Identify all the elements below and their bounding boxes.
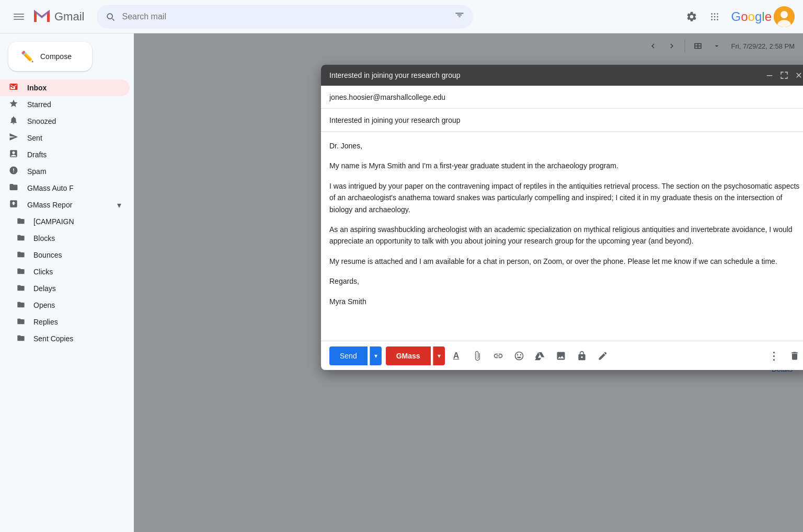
clicks-label: Clicks	[33, 268, 53, 276]
close-button[interactable]	[794, 70, 803, 80]
body-p4: My resume is attached and I am available…	[329, 256, 803, 267]
google-logo: Google	[731, 9, 772, 24]
drafts-label: Drafts	[27, 151, 47, 159]
folder-icon-bounces	[17, 250, 25, 260]
emoji-button[interactable]	[510, 346, 529, 365]
body-regards: Regards,	[329, 275, 803, 287]
subject-input[interactable]	[329, 116, 803, 124]
app-name-label: Gmail	[54, 10, 84, 24]
svg-rect-0	[14, 14, 24, 15]
sent-copies-label: Sent Copies	[33, 334, 73, 343]
main-layout: ✏️ Compose Inbox Starred Snoozed	[0, 33, 803, 532]
svg-rect-1	[14, 16, 24, 17]
search-input[interactable]	[122, 12, 448, 21]
sent-label: Sent	[27, 134, 42, 142]
search-icon	[105, 11, 116, 22]
gmass-reports-label: GMass Repor	[27, 201, 72, 209]
blocks-label: Blocks	[33, 234, 55, 242]
image-button[interactable]	[552, 346, 570, 365]
svg-point-7	[714, 16, 715, 17]
compose-pencil-icon: ✏️	[21, 50, 34, 63]
svg-rect-2	[14, 19, 24, 20]
body-sender: Myra Smith	[329, 296, 803, 307]
body-p2: I was intrigued by your paper on the con…	[329, 180, 803, 215]
confidential-button[interactable]	[572, 346, 591, 365]
search-bar[interactable]	[97, 5, 473, 29]
folder-icon-sent-copies	[17, 334, 25, 344]
folder-icon-replies	[17, 317, 25, 327]
subject-field[interactable]	[321, 109, 803, 132]
starred-label: Starred	[27, 100, 51, 109]
compose-window: Interested in joining your research grou…	[321, 65, 803, 370]
inbox-label: Inbox	[27, 84, 47, 92]
snoozed-label: Snoozed	[27, 117, 56, 125]
spam-label: Spam	[27, 167, 47, 176]
search-filter-icon[interactable]	[454, 11, 465, 22]
header-icons: Google	[681, 6, 795, 27]
signature-button[interactable]	[593, 346, 612, 365]
avatar[interactable]	[774, 6, 795, 27]
sidebar-sub-item-opens[interactable]: Opens	[0, 297, 130, 314]
sidebar-sub-item-sent-copies[interactable]: Sent Copies	[0, 330, 130, 347]
delete-button[interactable]	[785, 346, 803, 365]
gmass-dropdown-button[interactable]: ▾	[433, 346, 445, 365]
sidebar-sub-item-replies[interactable]: Replies	[0, 314, 130, 330]
sidebar-item-spam[interactable]: Spam	[0, 163, 130, 180]
compose-toolbar: Send ▾ GMass ▾ A	[321, 341, 803, 370]
body-p3: As an aspiring swashbuckling archeologis…	[329, 224, 803, 247]
gmass-auto-icon	[8, 182, 19, 194]
folder-icon	[17, 217, 25, 227]
format-text-button[interactable]: A	[447, 346, 466, 365]
minimize-button[interactable]	[764, 70, 775, 80]
to-field[interactable]	[321, 86, 803, 109]
compose-header: Interested in joining your research grou…	[321, 65, 803, 86]
gmass-auto-label: GMass Auto F	[27, 184, 74, 192]
bounces-label: Bounces	[33, 251, 62, 259]
content-area: Fri, 7/29/22, 2:58 PM Last activity: 4 m…	[134, 33, 803, 532]
menu-icon[interactable]	[8, 6, 29, 27]
gmail-logo: Gmail	[31, 6, 84, 27]
sidebar-item-snoozed[interactable]: Snoozed	[0, 113, 130, 130]
folder-icon-blocks	[17, 234, 25, 244]
settings-icon[interactable]	[681, 6, 702, 27]
sidebar-item-sent[interactable]: Sent	[0, 130, 130, 146]
inbox-icon	[8, 82, 19, 94]
gmass-reports-expand-icon	[8, 199, 19, 211]
svg-point-5	[717, 13, 718, 15]
delays-label: Delays	[33, 284, 56, 293]
expand-icon: ▾	[117, 200, 121, 210]
expand-button[interactable]	[779, 70, 789, 80]
more-options-button[interactable]: ⋮	[764, 346, 783, 365]
send-dropdown-button[interactable]: ▾	[370, 346, 382, 365]
sent-icon	[8, 132, 19, 144]
sidebar-sub-item-clicks[interactable]: Clicks	[0, 263, 130, 280]
compose-body[interactable]: Dr. Jones, My name is Myra Smith and I'm…	[321, 132, 803, 341]
sidebar-item-drafts[interactable]: Drafts	[0, 146, 130, 163]
sidebar-item-gmass-reports[interactable]: GMass Repor ▾	[0, 196, 130, 213]
folder-icon-delays	[17, 284, 25, 294]
toolbar-end-icons: ⋮	[764, 346, 803, 365]
folder-icon-clicks	[17, 267, 25, 277]
drive-button[interactable]	[531, 346, 549, 365]
sidebar-item-inbox[interactable]: Inbox	[0, 79, 130, 96]
gmail-header: Gmail Google	[0, 0, 803, 33]
sidebar-sub-item-campaign[interactable]: [CAMPAIGN	[0, 213, 130, 230]
gmass-button[interactable]: GMass	[386, 346, 431, 365]
sidebar-item-gmass-auto[interactable]: GMass Auto F	[0, 180, 130, 196]
svg-point-6	[711, 16, 713, 17]
send-button[interactable]: Send	[329, 346, 368, 365]
svg-point-13	[781, 11, 788, 18]
attach-button[interactable]	[468, 346, 487, 365]
apps-icon[interactable]	[704, 6, 725, 27]
link-button[interactable]	[489, 346, 508, 365]
compose-header-icons	[764, 70, 803, 80]
compose-button[interactable]: ✏️ Compose	[8, 42, 92, 71]
sidebar-item-starred[interactable]: Starred	[0, 96, 130, 113]
sidebar-sub-item-blocks[interactable]: Blocks	[0, 230, 130, 247]
folder-icon-opens	[17, 300, 25, 310]
compose-label: Compose	[40, 52, 72, 61]
to-input[interactable]	[329, 93, 803, 101]
sidebar-sub-item-bounces[interactable]: Bounces	[0, 247, 130, 263]
sidebar-sub-item-delays[interactable]: Delays	[0, 280, 130, 297]
svg-point-3	[711, 13, 713, 15]
